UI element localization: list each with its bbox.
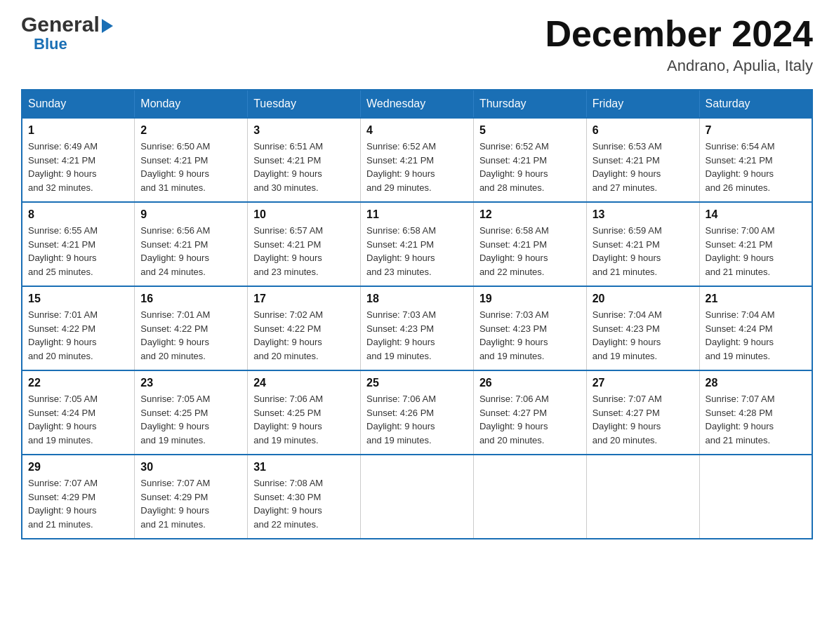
day-info: Sunrise: 7:04 AM Sunset: 4:24 PM Dayligh… [706,308,806,363]
day-info: Sunrise: 6:56 AM Sunset: 4:21 PM Dayligh… [140,224,241,279]
calendar-cell: 16Sunrise: 7:01 AM Sunset: 4:22 PM Dayli… [135,286,248,370]
day-number: 2 [140,124,241,137]
day-number: 18 [366,293,468,305]
calendar-cell: 1Sunrise: 6:49 AM Sunset: 4:21 PM Daylig… [22,118,135,202]
day-number: 5 [479,124,581,137]
day-number: 11 [366,208,468,221]
day-number: 7 [706,124,806,137]
calendar-cell: 26Sunrise: 7:06 AM Sunset: 4:27 PM Dayli… [473,370,586,455]
calendar-cell [586,455,699,539]
weekday-header-row: SundayMondayTuesdayWednesdayThursdayFrid… [22,90,812,118]
day-info: Sunrise: 7:06 AM Sunset: 4:25 PM Dayligh… [253,392,355,447]
day-number: 30 [140,461,241,474]
logo-blue-text: Blue [34,35,67,53]
calendar-cell: 18Sunrise: 7:03 AM Sunset: 4:23 PM Dayli… [361,286,474,370]
day-number: 9 [140,208,241,221]
calendar-cell: 27Sunrise: 7:07 AM Sunset: 4:27 PM Dayli… [586,370,699,455]
day-info: Sunrise: 7:07 AM Sunset: 4:29 PM Dayligh… [28,476,128,531]
calendar-cell: 22Sunrise: 7:05 AM Sunset: 4:24 PM Dayli… [22,370,135,455]
day-number: 24 [253,377,355,389]
day-number: 26 [479,377,581,389]
day-info: Sunrise: 7:05 AM Sunset: 4:24 PM Dayligh… [28,392,128,447]
calendar-cell: 7Sunrise: 6:54 AM Sunset: 4:21 PM Daylig… [699,118,812,202]
weekday-header-thursday: Thursday [473,90,586,118]
day-info: Sunrise: 7:06 AM Sunset: 4:26 PM Dayligh… [366,392,468,447]
day-info: Sunrise: 7:01 AM Sunset: 4:22 PM Dayligh… [28,308,128,363]
day-number: 27 [593,377,694,389]
day-number: 17 [253,293,355,305]
calendar-cell: 17Sunrise: 7:02 AM Sunset: 4:22 PM Dayli… [248,286,361,370]
day-info: Sunrise: 7:07 AM Sunset: 4:29 PM Dayligh… [140,476,241,531]
logo: General▶ Blue [21,14,113,53]
day-info: Sunrise: 7:08 AM Sunset: 4:30 PM Dayligh… [253,476,355,531]
day-info: Sunrise: 6:50 AM Sunset: 4:21 PM Dayligh… [140,140,241,194]
logo-triangle-icon: ▶ [102,19,113,33]
logo-general-text: General▶ [21,14,113,35]
calendar-cell: 2Sunrise: 6:50 AM Sunset: 4:21 PM Daylig… [135,118,248,202]
day-info: Sunrise: 6:58 AM Sunset: 4:21 PM Dayligh… [366,224,468,279]
weekday-header-sunday: Sunday [22,90,135,118]
day-info: Sunrise: 6:53 AM Sunset: 4:21 PM Dayligh… [593,140,694,194]
calendar-cell: 21Sunrise: 7:04 AM Sunset: 4:24 PM Dayli… [699,286,812,370]
day-number: 3 [253,124,355,137]
day-info: Sunrise: 6:49 AM Sunset: 4:21 PM Dayligh… [28,140,128,194]
calendar-week-row: 8Sunrise: 6:55 AM Sunset: 4:21 PM Daylig… [22,202,812,286]
day-number: 22 [28,377,128,389]
weekday-header-saturday: Saturday [699,90,812,118]
day-info: Sunrise: 7:02 AM Sunset: 4:22 PM Dayligh… [253,308,355,363]
day-number: 4 [366,124,468,137]
day-number: 23 [140,377,241,389]
day-info: Sunrise: 7:01 AM Sunset: 4:22 PM Dayligh… [140,308,241,363]
calendar-cell [699,455,812,539]
day-info: Sunrise: 6:52 AM Sunset: 4:21 PM Dayligh… [366,140,468,194]
weekday-header-monday: Monday [135,90,248,118]
day-info: Sunrise: 6:54 AM Sunset: 4:21 PM Dayligh… [706,140,806,194]
day-info: Sunrise: 6:59 AM Sunset: 4:21 PM Dayligh… [593,224,694,279]
calendar-week-row: 22Sunrise: 7:05 AM Sunset: 4:24 PM Dayli… [22,370,812,455]
calendar-cell: 4Sunrise: 6:52 AM Sunset: 4:21 PM Daylig… [361,118,474,202]
day-number: 25 [366,377,468,389]
calendar-week-row: 1Sunrise: 6:49 AM Sunset: 4:21 PM Daylig… [22,118,812,202]
page-header: General▶ Blue December 2024 Andrano, Apu… [21,14,813,75]
title-section: December 2024 Andrano, Apulia, Italy [545,14,813,75]
calendar-body: 1Sunrise: 6:49 AM Sunset: 4:21 PM Daylig… [22,118,812,539]
day-info: Sunrise: 6:55 AM Sunset: 4:21 PM Dayligh… [28,224,128,279]
day-number: 16 [140,293,241,305]
day-number: 28 [706,377,806,389]
day-number: 14 [706,208,806,221]
calendar-cell: 9Sunrise: 6:56 AM Sunset: 4:21 PM Daylig… [135,202,248,286]
day-info: Sunrise: 6:51 AM Sunset: 4:21 PM Dayligh… [253,140,355,194]
location: Andrano, Apulia, Italy [545,57,813,75]
calendar-week-row: 29Sunrise: 7:07 AM Sunset: 4:29 PM Dayli… [22,455,812,539]
day-number: 6 [593,124,694,137]
day-info: Sunrise: 7:05 AM Sunset: 4:25 PM Dayligh… [140,392,241,447]
day-info: Sunrise: 6:58 AM Sunset: 4:21 PM Dayligh… [479,224,581,279]
day-number: 10 [253,208,355,221]
calendar-cell [473,455,586,539]
calendar-cell: 19Sunrise: 7:03 AM Sunset: 4:23 PM Dayli… [473,286,586,370]
calendar-cell: 8Sunrise: 6:55 AM Sunset: 4:21 PM Daylig… [22,202,135,286]
calendar-cell: 13Sunrise: 6:59 AM Sunset: 4:21 PM Dayli… [586,202,699,286]
day-info: Sunrise: 7:03 AM Sunset: 4:23 PM Dayligh… [479,308,581,363]
calendar-cell: 14Sunrise: 7:00 AM Sunset: 4:21 PM Dayli… [699,202,812,286]
calendar-cell: 11Sunrise: 6:58 AM Sunset: 4:21 PM Dayli… [361,202,474,286]
day-number: 31 [253,461,355,474]
day-info: Sunrise: 7:00 AM Sunset: 4:21 PM Dayligh… [706,224,806,279]
day-number: 13 [593,208,694,221]
calendar-table: SundayMondayTuesdayWednesdayThursdayFrid… [21,89,813,539]
day-info: Sunrise: 6:52 AM Sunset: 4:21 PM Dayligh… [479,140,581,194]
day-number: 19 [479,293,581,305]
day-number: 12 [479,208,581,221]
weekday-header-wednesday: Wednesday [361,90,474,118]
calendar-header: SundayMondayTuesdayWednesdayThursdayFrid… [22,90,812,118]
calendar-cell: 12Sunrise: 6:58 AM Sunset: 4:21 PM Dayli… [473,202,586,286]
day-info: Sunrise: 7:06 AM Sunset: 4:27 PM Dayligh… [479,392,581,447]
calendar-cell: 20Sunrise: 7:04 AM Sunset: 4:23 PM Dayli… [586,286,699,370]
day-info: Sunrise: 7:07 AM Sunset: 4:27 PM Dayligh… [593,392,694,447]
day-number: 21 [706,293,806,305]
day-number: 29 [28,461,128,474]
calendar-cell: 25Sunrise: 7:06 AM Sunset: 4:26 PM Dayli… [361,370,474,455]
calendar-cell: 29Sunrise: 7:07 AM Sunset: 4:29 PM Dayli… [22,455,135,539]
calendar-cell: 15Sunrise: 7:01 AM Sunset: 4:22 PM Dayli… [22,286,135,370]
day-number: 15 [28,293,128,305]
